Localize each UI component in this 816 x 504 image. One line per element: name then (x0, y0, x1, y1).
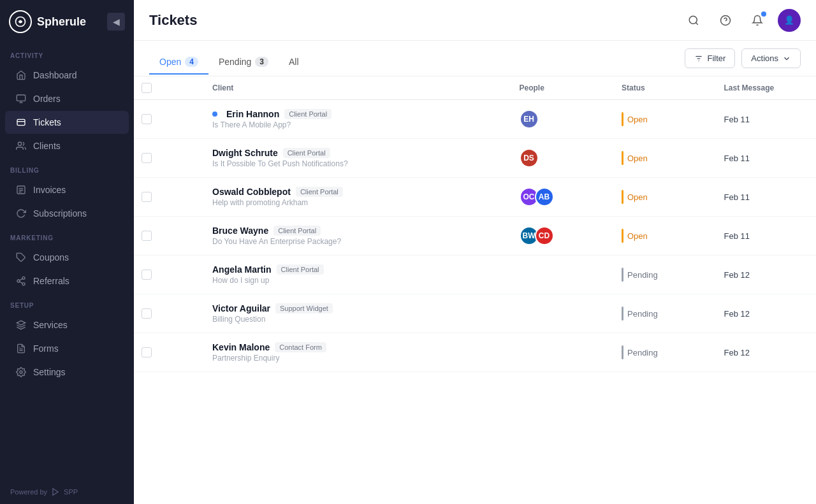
section-label-activity: ACTIVITY (0, 43, 134, 63)
home-icon (15, 69, 27, 81)
status-bar (622, 151, 623, 165)
file-text-icon (15, 343, 27, 354)
sidebar-collapse-button[interactable]: ◀ (107, 13, 125, 31)
client-tag: Client Portal (283, 148, 330, 158)
table-row[interactable]: Dwight SchruteClient PortalIs It Possibl… (134, 139, 816, 178)
status-text: Open (627, 231, 648, 241)
client-tag: Support Widget (275, 303, 333, 313)
sidebar-item-label: Subscriptions (33, 208, 87, 219)
client-cell: Victor AguilarSupport WidgetBilling Ques… (212, 303, 499, 324)
tabs: Open 4 Pending 3 All (149, 50, 685, 74)
client-tag: Client Portal (284, 109, 332, 119)
help-button[interactable] (714, 9, 737, 32)
status-cell: Pending (622, 345, 704, 359)
filter-button[interactable]: Filter (685, 48, 735, 68)
section-label-setup: SETUP (0, 293, 134, 313)
sidebar-item-clients[interactable]: Clients (5, 134, 129, 157)
sidebar-item-forms[interactable]: Forms (5, 337, 129, 360)
ticket-subject: How do I sign up (212, 276, 499, 285)
status-text: Pending (627, 309, 658, 319)
client-tag: Client Portal (277, 264, 324, 275)
sidebar-item-label: Services (33, 320, 68, 330)
table-row[interactable]: Oswald CobblepotClient PortalHelp with p… (134, 178, 816, 217)
row-checkbox[interactable] (142, 192, 152, 202)
row-checkbox[interactable] (142, 114, 152, 124)
svg-point-22 (689, 16, 697, 24)
page-header: Tickets 👤 (134, 0, 816, 41)
notifications-button[interactable] (746, 9, 769, 32)
sidebar-section-marketing: MARKETING Coupons Referrals (0, 226, 134, 293)
avatar-stack: DS (520, 148, 539, 168)
svg-rect-1 (17, 95, 25, 101)
sidebar-item-subscriptions[interactable]: Subscriptions (5, 202, 129, 225)
table-row[interactable]: Erin HannonClient PortalIs There A Mobil… (134, 100, 816, 139)
tab-open[interactable]: Open 4 (149, 50, 208, 75)
sidebar-item-invoices[interactable]: Invoices (5, 178, 129, 201)
status-text: Open (627, 115, 648, 124)
sidebar-item-tickets[interactable]: Tickets (5, 111, 129, 134)
svg-point-14 (22, 283, 25, 285)
avatar: CD (535, 226, 554, 245)
tab-pending-label: Pending (219, 57, 251, 67)
sidebar-item-label: Coupons (33, 252, 69, 263)
user-avatar[interactable]: 👤 (778, 9, 801, 32)
table-row[interactable]: Kevin MaloneContact FormPartnership Enqu… (134, 333, 816, 372)
col-header-last-message: Last Message (714, 76, 817, 100)
status-bar (622, 190, 623, 204)
tab-pending-count: 3 (255, 57, 268, 67)
row-checkbox[interactable] (142, 308, 152, 319)
search-button[interactable] (682, 9, 705, 32)
logo-icon (9, 10, 32, 33)
client-name: Kevin Malone (212, 342, 270, 352)
svg-line-16 (20, 278, 23, 280)
select-all-checkbox[interactable] (142, 83, 152, 93)
sidebar-item-dashboard[interactable]: Dashboard (5, 64, 129, 87)
avatar-stack: EH (520, 110, 539, 129)
avatar-stack: OCAB (520, 187, 554, 206)
toolbar-right: Filter Actions (685, 48, 801, 76)
client-tag: Contact Form (275, 342, 326, 352)
client-tag: Client Portal (273, 226, 321, 236)
client-cell: Bruce WayneClient PortalDo You Have An E… (212, 226, 499, 246)
tab-all-label: All (289, 57, 299, 67)
row-checkbox[interactable] (142, 347, 152, 357)
sidebar-item-settings[interactable]: Settings (5, 361, 129, 384)
tab-pending[interactable]: Pending 3 (208, 50, 279, 75)
main-content: Tickets 👤 Open 4 Pending (134, 0, 816, 504)
last-message: Feb 11 (724, 154, 750, 163)
table-row[interactable]: Victor AguilarSupport WidgetBilling Ques… (134, 294, 816, 333)
last-message: Feb 12 (724, 348, 750, 357)
avatar: DS (520, 148, 539, 168)
sidebar-item-coupons[interactable]: Coupons (5, 246, 129, 269)
filter-label: Filter (707, 54, 725, 63)
ticket-subject: Help with promoting Arkham (212, 198, 499, 207)
sidebar-item-label: Settings (33, 367, 66, 377)
client-name: Victor Aguilar (212, 303, 270, 313)
layers-icon (15, 319, 27, 331)
table-row[interactable]: Angela MartinClient PortalHow do I sign … (134, 256, 816, 294)
avatar: AB (535, 187, 554, 206)
sidebar-item-label: Dashboard (33, 70, 77, 80)
actions-button[interactable]: Actions (741, 48, 801, 68)
sidebar-item-referrals[interactable]: Referrals (5, 270, 129, 292)
row-checkbox[interactable] (142, 270, 152, 280)
sidebar-item-label: Tickets (33, 117, 61, 127)
row-checkbox[interactable] (142, 153, 152, 163)
last-message: Feb 12 (724, 270, 750, 280)
people-cell: DS (520, 148, 602, 168)
sidebar-item-services[interactable]: Services (5, 313, 129, 336)
col-header-people: People (509, 76, 612, 100)
status-text: Open (627, 154, 648, 163)
table-row[interactable]: Bruce WayneClient PortalDo You Have An E… (134, 217, 816, 256)
status-cell: Open (622, 190, 704, 204)
status-text: Open (627, 192, 648, 202)
status-bar (622, 112, 623, 126)
row-checkbox[interactable] (142, 231, 152, 241)
tab-all[interactable]: All (279, 50, 309, 75)
sidebar: Spherule ◀ ACTIVITY Dashboard Orders Tic… (0, 0, 134, 504)
avatar: EH (520, 110, 539, 129)
sidebar-item-orders[interactable]: Orders (5, 87, 129, 110)
last-message: Feb 11 (724, 231, 750, 241)
ticket-subject: Is There A Mobile App? (212, 120, 499, 129)
client-cell: Kevin MaloneContact FormPartnership Enqu… (212, 342, 499, 363)
